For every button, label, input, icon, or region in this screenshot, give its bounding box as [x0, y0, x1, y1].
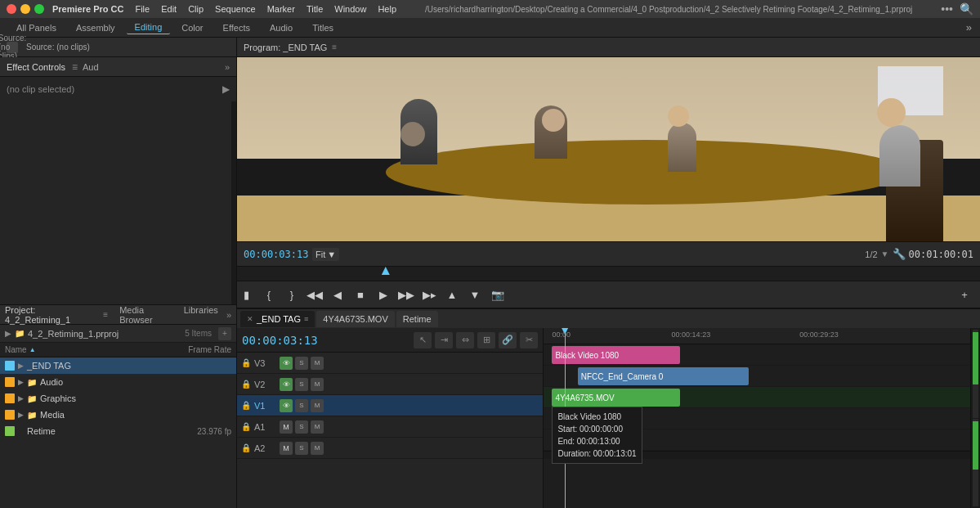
mark-clip-button[interactable]: }	[283, 285, 301, 303]
menu-clip[interactable]: Clip	[188, 4, 204, 14]
menu-edit[interactable]: Edit	[161, 4, 177, 14]
workspace-tab-all-panels[interactable]: All Panels	[8, 21, 65, 34]
ripple-edit-tool[interactable]: ⇔	[456, 332, 474, 348]
track-solo-a2[interactable]: S	[295, 442, 308, 455]
overwrite-button[interactable]: ▼	[466, 285, 484, 303]
close-button[interactable]	[7, 4, 16, 14]
play-button[interactable]: ▶	[374, 285, 392, 303]
track-area-v1[interactable]: 4Y4A6735.MOV Black Video 1080 Start: 00:…	[544, 387, 970, 408]
timeline-tab-close[interactable]: ✕	[247, 315, 253, 323]
track-mute-v2[interactable]: M	[311, 378, 324, 391]
track-area-v3[interactable]: Black Video 1080	[544, 344, 970, 366]
menu-title[interactable]: Title	[307, 4, 323, 14]
step-back-button[interactable]: ◀	[329, 285, 347, 303]
list-item[interactable]: ▶ 📁 Media	[0, 407, 236, 423]
clip-4y4a-mov[interactable]: 4Y4A6735.MOV	[552, 389, 680, 407]
timeline-tab-menu[interactable]: ≡	[304, 315, 308, 323]
more-icon[interactable]: •••	[941, 2, 953, 16]
add-marker-button[interactable]: +	[955, 285, 973, 303]
track-toggle-a1[interactable]: M	[280, 420, 293, 434]
clip-black-video[interactable]: Black Video 1080	[552, 346, 680, 364]
search-icon[interactable]: 🔍	[960, 2, 973, 16]
collapse-all-icon[interactable]: ▶	[5, 329, 11, 338]
clip-nfcc-camera[interactable]: NFCC_End_Camera 0	[578, 367, 749, 385]
timeline-tab-end-tag[interactable]: ✕ _END TAG ≡	[240, 311, 315, 327]
track-visibility-v1[interactable]: 👁	[280, 399, 293, 412]
workspace-tab-color[interactable]: Color	[173, 21, 211, 34]
workspace-tab-effects[interactable]: Effects	[215, 21, 258, 34]
track-visibility-v2[interactable]: 👁	[280, 378, 293, 391]
track-area-v2[interactable]: NFCC_End_Camera 0	[544, 366, 970, 387]
workspace-tab-audio[interactable]: Audio	[262, 21, 301, 34]
list-item[interactable]: ▶ 📁 Graphics	[0, 390, 236, 407]
track-solo-a1[interactable]: S	[295, 420, 308, 434]
track-visibility-v3[interactable]: 👁	[280, 357, 293, 370]
insert-button[interactable]: ▲	[443, 285, 461, 303]
project-menu-icon[interactable]: ≡	[103, 310, 108, 319]
expand-arrow[interactable]: ▶	[222, 83, 230, 95]
go-to-in-button[interactable]: ◀◀	[306, 285, 324, 303]
menu-marker[interactable]: Marker	[267, 4, 295, 14]
program-menu-icon[interactable]: ≡	[332, 43, 337, 52]
track-solo-v1[interactable]: S	[295, 399, 308, 412]
track-lock-a2[interactable]: 🔒	[240, 443, 252, 454]
timeline-tab-retime[interactable]: Retime	[396, 311, 438, 327]
playhead-bar[interactable]	[237, 266, 980, 281]
stop-button[interactable]: ■	[351, 285, 369, 303]
item-expand-icon[interactable]: ▶	[18, 378, 24, 386]
track-toggle-a2[interactable]: M	[280, 442, 293, 455]
snap-toggle[interactable]: ⊞	[477, 332, 495, 348]
item-expand-icon[interactable]: ▶	[18, 394, 24, 402]
menu-window[interactable]: Window	[334, 4, 366, 14]
timeline-tab-mov[interactable]: 4Y4A6735.MOV	[316, 311, 395, 327]
workspace-tab-assembly[interactable]: Assembly	[68, 21, 123, 34]
audio-tab[interactable]: Aud	[83, 62, 99, 72]
selection-tool[interactable]: ↖	[414, 332, 432, 348]
list-item[interactable]: ▶ Retime 23.976 fp	[0, 423, 236, 439]
track-mute-a2[interactable]: M	[311, 442, 324, 455]
fit-dropdown[interactable]: Fit ▼	[312, 248, 339, 261]
panel-resize-handle[interactable]	[231, 101, 236, 304]
mark-in-button[interactable]: ▮	[237, 285, 255, 303]
workspace-more-button[interactable]: »	[966, 21, 972, 34]
wrench-icon[interactable]: 🔧	[893, 248, 906, 260]
item-expand-icon[interactable]: ▶	[18, 362, 24, 370]
razor-tool[interactable]: ✂	[520, 332, 538, 348]
item-expand-icon[interactable]: ▶	[18, 411, 24, 419]
workspace-tab-editing[interactable]: Editing	[127, 20, 171, 34]
sub-tabs-more[interactable]: »	[226, 310, 231, 320]
track-solo-v3[interactable]: S	[295, 357, 308, 370]
track-select-tool[interactable]: ⇥	[435, 332, 453, 348]
maximize-button[interactable]	[34, 4, 44, 14]
mark-out-button[interactable]: {	[260, 285, 278, 303]
timeline-timecode[interactable]: 00:00:03:13	[242, 334, 318, 347]
menu-file[interactable]: File	[135, 4, 150, 14]
libraries-tab[interactable]: Libraries	[181, 305, 222, 325]
program-timecode[interactable]: 00:00:03:13	[244, 249, 309, 260]
effect-controls-tab[interactable]: Effect Controls	[7, 62, 65, 72]
effect-controls-menu-icon[interactable]: ≡	[72, 61, 78, 73]
menu-sequence[interactable]: Sequence	[215, 4, 256, 14]
linked-selection[interactable]: 🔗	[499, 332, 517, 348]
media-browser-tab[interactable]: Media Browser	[116, 305, 177, 325]
panel-expand-icon[interactable]: »	[225, 62, 230, 72]
track-lock-v2[interactable]: 🔒	[240, 379, 252, 390]
track-lock-a1[interactable]: 🔒	[240, 421, 252, 433]
go-to-out-button[interactable]: ▶▸	[420, 285, 438, 303]
track-mute-v1[interactable]: M	[311, 399, 324, 412]
track-mute-a1[interactable]: M	[311, 420, 324, 434]
page-dropdown-arrow[interactable]: ▼	[881, 250, 889, 258]
workspace-tab-titles[interactable]: Titles	[304, 21, 342, 34]
track-lock-v1[interactable]: 🔒	[240, 400, 252, 411]
track-solo-v2[interactable]: S	[295, 378, 308, 391]
list-item[interactable]: ▶ _END TAG	[0, 357, 236, 374]
track-lock-v3[interactable]: 🔒	[240, 357, 252, 369]
item-expand-icon[interactable]: ▶	[18, 427, 24, 435]
track-mute-v3[interactable]: M	[311, 357, 324, 370]
list-item[interactable]: ▶ 📁 Audio	[0, 374, 236, 390]
menu-help[interactable]: Help	[378, 4, 396, 14]
step-forward-button[interactable]: ▶▶	[397, 285, 415, 303]
new-folder-button[interactable]: +	[218, 327, 231, 340]
export-frame-button[interactable]: 📷	[489, 285, 507, 303]
minimize-button[interactable]	[20, 4, 30, 14]
